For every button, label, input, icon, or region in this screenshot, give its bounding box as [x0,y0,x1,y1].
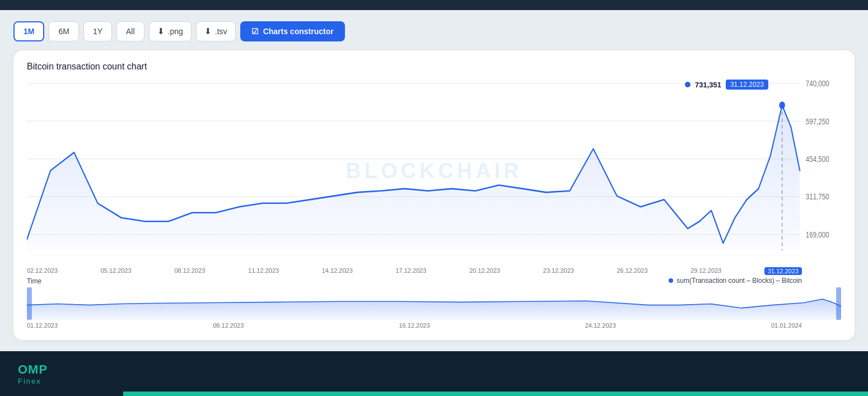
x-axis-main: 02.12.2023 05.12.2023 08.12.2023 11.12.2… [27,265,841,275]
download-png-label: .png [168,27,183,36]
mini-chart-container [27,287,841,320]
tooltip-dot [685,82,690,87]
main-chart-svg: 740,000 597,250 454,500 311,750 169,000 [27,76,841,265]
x-label-5: 17.12.2023 [395,267,426,275]
chart-title: Bitcoin transaction count chart [27,62,841,72]
svg-marker-5 [27,105,800,250]
download-icon: ⬇ [157,26,165,36]
svg-rect-15 [836,287,841,320]
svg-text:454,500: 454,500 [806,155,829,164]
x-label-10: 31.12.2023 [764,267,802,275]
logo-top: OMP [18,362,48,377]
x-label-1: 05.12.2023 [101,267,132,275]
x-label-8: 26.12.2023 [617,267,648,275]
x-label-0: 02.12.2023 [27,267,58,275]
svg-rect-14 [27,287,32,320]
legend-row: Time sum(Transaction count – Blocks) – B… [27,275,841,285]
mini-x-label-4: 01.01.2024 [771,322,802,329]
legend-dot [669,278,673,283]
charts-constructor-icon: ☑ [251,27,259,36]
mini-x-label-3: 24.12.2023 [585,322,616,329]
svg-text:597,250: 597,250 [806,117,829,125]
btn-1m[interactable]: 1M [13,21,44,41]
mini-chart-svg [27,287,841,320]
btn-1y[interactable]: 1Y [83,21,112,41]
main-content: 1M 6M 1Y All ⬇ .png ⬇ .tsv ☑ Charts cons… [0,10,868,351]
tooltip-date: 31.12.2023 [726,80,768,90]
download-png-button[interactable]: ⬇ .png [149,21,192,41]
legend-text: sum(Transaction count – Blocks) – Bitcoi… [676,277,802,285]
download-tsv-button[interactable]: ⬇ .tsv [196,21,236,41]
download-tsv-icon: ⬇ [204,26,212,36]
x-label-4: 14.12.2023 [322,267,353,275]
time-label: Time [27,276,41,285]
omp-logo: OMP Finex [18,362,48,385]
svg-text:169,000: 169,000 [806,230,829,239]
download-tsv-label: .tsv [215,27,227,36]
tooltip-value: 731,351 [695,81,721,89]
x-label-6: 20.12.2023 [469,267,500,275]
chart-area: BLOCKCHAIR 731,351 31.12.2023 [27,76,841,329]
footer: OMP Finex [0,351,868,396]
logo-bottom: Finex [18,377,48,385]
x-label-7: 23.12.2023 [543,267,574,275]
x-label-2: 08.12.2023 [174,267,205,275]
main-chart-container: BLOCKCHAIR 731,351 31.12.2023 [27,76,841,265]
x-label-9: 29.12.2023 [690,267,721,275]
svg-point-7 [779,101,785,109]
mini-x-label-1: 08.12.2023 [213,322,244,329]
charts-constructor-button[interactable]: ☑ Charts constructor [240,21,345,41]
svg-text:311,750: 311,750 [806,192,829,201]
mini-x-label-0: 01.12.2023 [27,322,58,329]
charts-constructor-label: Charts constructor [263,27,334,36]
mini-x-label-2: 16.12.2023 [399,322,430,329]
chart-card: Bitcoin transaction count chart BLOCKCHA… [13,50,855,340]
teal-bar [123,392,868,396]
mini-x-axis: 01.12.2023 08.12.2023 16.12.2023 24.12.2… [27,320,841,329]
btn-6m[interactable]: 6M [49,21,78,41]
top-bar [0,0,868,10]
toolbar: 1M 6M 1Y All ⬇ .png ⬇ .tsv ☑ Charts cons… [13,21,855,41]
x-label-3: 11.12.2023 [248,267,279,275]
btn-all[interactable]: All [116,21,144,41]
chart-tooltip: 731,351 31.12.2023 [685,80,768,90]
svg-text:740,000: 740,000 [806,79,829,88]
